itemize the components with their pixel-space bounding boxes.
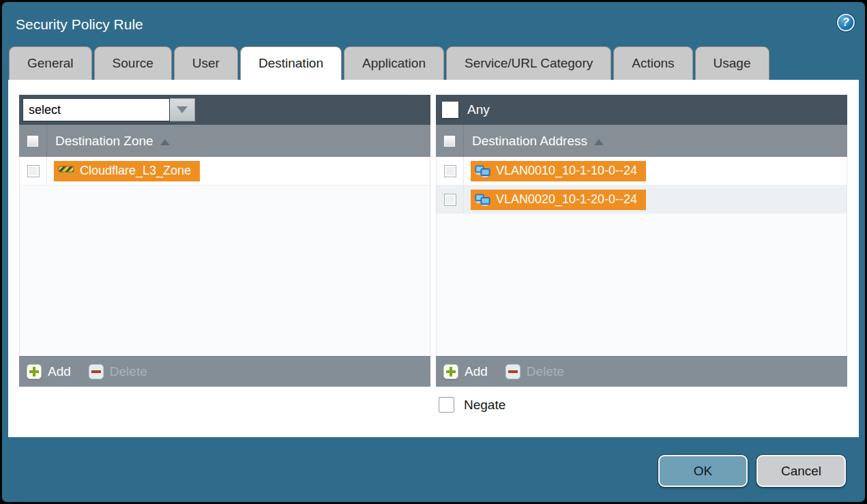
zone-panel-footer: Add Delete [19, 356, 430, 387]
address-column-header: Destination Address [436, 125, 847, 157]
tab-service-url-category[interactable]: Service/URL Category [446, 46, 611, 80]
zone-row-checkbox[interactable] [27, 165, 40, 177]
sort-ascending-icon[interactable] [594, 139, 604, 145]
zone-row: Cloudflare_L3_Zone [20, 157, 430, 186]
address-panel-footer: Add Delete [436, 356, 847, 387]
address-row-checkbox[interactable] [444, 194, 456, 206]
tab-destination[interactable]: Destination [240, 46, 342, 80]
minus-icon [89, 364, 104, 379]
chevron-down-icon [177, 106, 188, 113]
zone-filter-dropdown-button[interactable] [170, 98, 195, 121]
tab-bar: General Source User Destination Applicat… [2, 46, 865, 80]
delete-zone-button[interactable]: Delete [89, 364, 147, 379]
select-all-zones-checkbox[interactable] [27, 135, 39, 147]
tab-usage[interactable]: Usage [695, 46, 769, 80]
negate-checkbox[interactable] [439, 397, 454, 413]
column-label-destination-address[interactable]: Destination Address [472, 134, 587, 149]
destination-address-panel: Any Destination Address [436, 95, 847, 387]
sort-ascending-icon[interactable] [160, 139, 170, 145]
zone-entry[interactable]: Cloudflare_L3_Zone [54, 161, 200, 181]
address-entry[interactable]: VLAN0010_10-1-10-0--24 [471, 161, 646, 181]
zone-icon [58, 165, 74, 177]
dialog-footer: OK Cancel [2, 437, 865, 487]
ok-button[interactable]: OK [658, 455, 748, 487]
tab-user[interactable]: User [174, 46, 238, 80]
add-zone-button[interactable]: Add [27, 364, 71, 379]
delete-address-button[interactable]: Delete [505, 364, 564, 379]
security-policy-rule-dialog: Security Policy Rule ? General Source Us… [0, 0, 867, 504]
any-label: Any [467, 102, 490, 117]
destination-zone-panel: Destination Zone [19, 95, 430, 387]
add-address-button[interactable]: Add [443, 364, 488, 379]
zone-column-header: Destination Zone [19, 125, 430, 157]
negate-row: Negate [439, 397, 848, 413]
address-label: VLAN0010_10-1-10-0--24 [496, 164, 637, 178]
any-header: Any [436, 95, 847, 125]
address-row-checkbox[interactable] [444, 165, 456, 177]
address-icon [475, 194, 490, 206]
tab-general[interactable]: General [9, 46, 92, 80]
title-bar: Security Policy Rule ? [2, 2, 865, 46]
cancel-button[interactable]: Cancel [756, 455, 846, 487]
zone-filter-bar [19, 95, 430, 125]
address-row: VLAN0010_10-1-10-0--24 [437, 157, 847, 186]
minus-icon [505, 364, 520, 379]
plus-icon [443, 364, 458, 379]
zone-list: Cloudflare_L3_Zone [19, 157, 430, 356]
tab-source[interactable]: Source [94, 46, 172, 80]
column-label-destination-zone[interactable]: Destination Zone [55, 134, 153, 149]
dialog-title: Security Policy Rule [16, 16, 143, 33]
select-all-addresses-checkbox[interactable] [443, 135, 456, 147]
address-label: VLAN0020_10-1-20-0--24 [496, 192, 637, 207]
negate-label: Negate [464, 398, 505, 413]
zone-label: Cloudflare_L3_Zone [80, 164, 191, 178]
address-entry[interactable]: VLAN0020_10-1-20-0--24 [471, 190, 646, 210]
plus-icon [27, 364, 42, 379]
any-checkbox[interactable] [442, 102, 458, 118]
tab-application[interactable]: Application [344, 46, 444, 80]
address-row: VLAN0020_10-1-20-0--24 [437, 186, 847, 214]
address-list: VLAN0010_10-1-10-0--24 [436, 157, 847, 356]
tab-content: Destination Zone [8, 80, 859, 437]
tab-actions[interactable]: Actions [613, 46, 692, 80]
address-icon [475, 165, 490, 177]
zone-filter-input[interactable] [23, 98, 170, 121]
help-icon[interactable]: ? [837, 14, 855, 31]
